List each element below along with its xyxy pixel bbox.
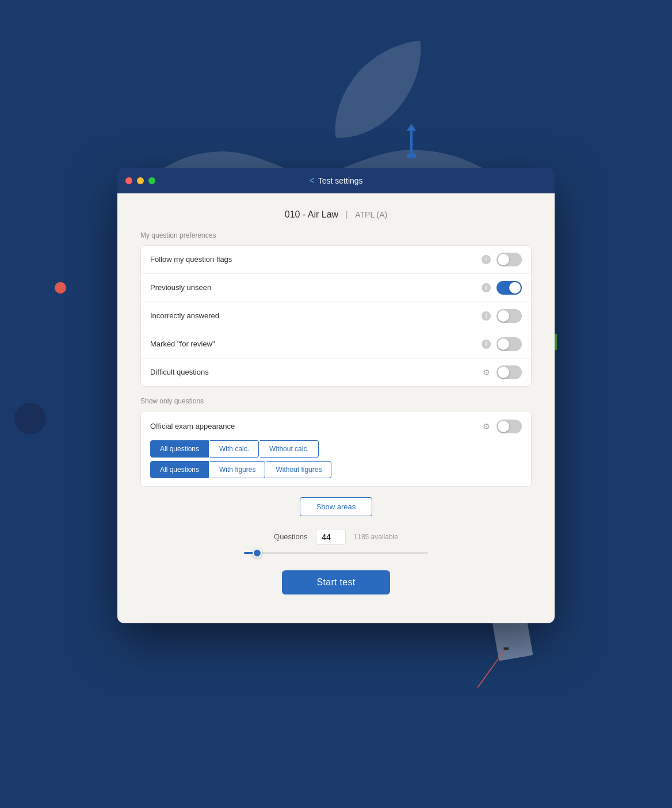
difficult-questions-toggle[interactable] xyxy=(497,365,522,379)
all-questions-calc-button[interactable]: All questions xyxy=(150,440,209,458)
previously-unseen-right: i xyxy=(482,281,522,295)
official-exam-toggle[interactable] xyxy=(497,420,522,433)
official-exam-label: Official exam appearance xyxy=(150,422,235,430)
page-title: 010 - Air Law | ATPL (A) xyxy=(140,209,532,220)
deco-red-dot xyxy=(55,282,66,294)
row-difficult-questions: Difficult questions ⚙ xyxy=(141,359,531,386)
questions-row: Questions 1185 available xyxy=(140,529,532,545)
previously-unseen-info-icon[interactable]: i xyxy=(482,283,491,292)
with-figures-button[interactable]: With figures xyxy=(210,461,265,478)
incorrectly-answered-track xyxy=(497,309,522,323)
app-window: < Test settings 010 - Air Law | ATPL (A)… xyxy=(117,168,555,623)
previously-unseen-track xyxy=(497,281,522,295)
official-exam-right: ⚙ xyxy=(482,420,522,433)
incorrectly-answered-info-icon[interactable]: i xyxy=(482,311,491,321)
official-exam-row: Official exam appearance ⚙ xyxy=(150,420,522,433)
without-calc-button[interactable]: Without calc. xyxy=(260,440,319,458)
difficult-questions-right: ⚙ xyxy=(482,365,522,379)
marked-for-review-info-icon[interactable]: i xyxy=(482,340,491,349)
start-test-button[interactable]: Start test xyxy=(282,570,390,594)
marked-for-review-thumb xyxy=(498,338,509,350)
questions-slider[interactable] xyxy=(244,552,428,554)
official-exam-track xyxy=(497,420,522,433)
question-preferences-card: Follow my question flags i Previously un… xyxy=(140,245,532,387)
marked-for-review-right: i xyxy=(482,337,522,351)
incorrectly-answered-toggle[interactable] xyxy=(497,309,522,323)
questions-input[interactable] xyxy=(316,529,346,545)
deco-dark-circle xyxy=(14,403,46,435)
titlebar-title-text: Test settings xyxy=(318,176,363,185)
difficult-questions-gear-icon[interactable]: ⚙ xyxy=(482,368,491,377)
follow-flags-thumb xyxy=(498,254,509,265)
available-text: 1185 available xyxy=(354,533,398,541)
with-calc-button[interactable]: With calc. xyxy=(210,440,259,458)
title-separator: | xyxy=(346,209,348,219)
follow-flags-toggle[interactable] xyxy=(497,253,522,266)
follow-flags-info-icon[interactable]: i xyxy=(482,255,491,264)
back-button[interactable]: < xyxy=(309,176,314,186)
previously-unseen-thumb xyxy=(509,282,521,294)
questions-label: Questions xyxy=(274,532,308,541)
difficult-questions-thumb xyxy=(498,367,509,378)
marked-for-review-label: Marked "for review" xyxy=(150,340,215,348)
previously-unseen-label: Previously unseen xyxy=(150,283,211,292)
exam-type: ATPL (A) xyxy=(355,210,387,219)
incorrectly-answered-thumb xyxy=(498,310,509,322)
incorrectly-answered-right: i xyxy=(482,309,522,323)
marked-for-review-toggle[interactable] xyxy=(497,337,522,351)
all-questions-figures-button[interactable]: All questions xyxy=(150,461,209,478)
difficult-questions-track xyxy=(497,365,522,379)
deco-up-arrow xyxy=(407,124,416,158)
titlebar: < Test settings xyxy=(117,168,555,193)
calc-button-group: All questions With calc. Without calc. xyxy=(150,440,522,458)
official-exam-thumb xyxy=(498,421,509,432)
titlebar-title: < Test settings xyxy=(309,176,362,186)
show-only-label: Show only questions xyxy=(140,397,532,405)
previously-unseen-toggle[interactable] xyxy=(497,281,522,295)
filter-card: Official exam appearance ⚙ All questions… xyxy=(140,411,532,487)
without-figures-button[interactable]: Without figures xyxy=(266,461,331,478)
figures-button-group: All questions With figures Without figur… xyxy=(150,461,522,478)
follow-flags-track xyxy=(497,253,522,266)
marked-for-review-track xyxy=(497,337,522,351)
incorrectly-answered-label: Incorrectly answered xyxy=(150,311,219,320)
traffic-light-red[interactable] xyxy=(125,177,132,184)
difficult-questions-label: Difficult questions xyxy=(150,368,209,376)
question-preferences-label: My question preferences xyxy=(140,231,532,239)
window-body: 010 - Air Law | ATPL (A) My question pre… xyxy=(117,193,555,623)
show-areas-button[interactable]: Show areas xyxy=(300,497,373,516)
follow-flags-right: i xyxy=(482,253,522,266)
follow-flags-label: Follow my question flags xyxy=(150,255,232,264)
deco-diagonal xyxy=(478,647,512,696)
row-follow-flags: Follow my question flags i xyxy=(141,246,531,274)
svg-line-0 xyxy=(478,647,506,688)
official-exam-gear-icon[interactable]: ⚙ xyxy=(482,422,491,431)
row-marked-for-review: Marked "for review" i xyxy=(141,330,531,359)
slider-container xyxy=(140,552,532,554)
traffic-light-green[interactable] xyxy=(148,177,155,184)
row-previously-unseen: Previously unseen i xyxy=(141,274,531,302)
traffic-light-yellow[interactable] xyxy=(137,177,144,184)
row-incorrectly-answered: Incorrectly answered i xyxy=(141,302,531,330)
subject-title: 010 - Air Law xyxy=(285,209,338,219)
